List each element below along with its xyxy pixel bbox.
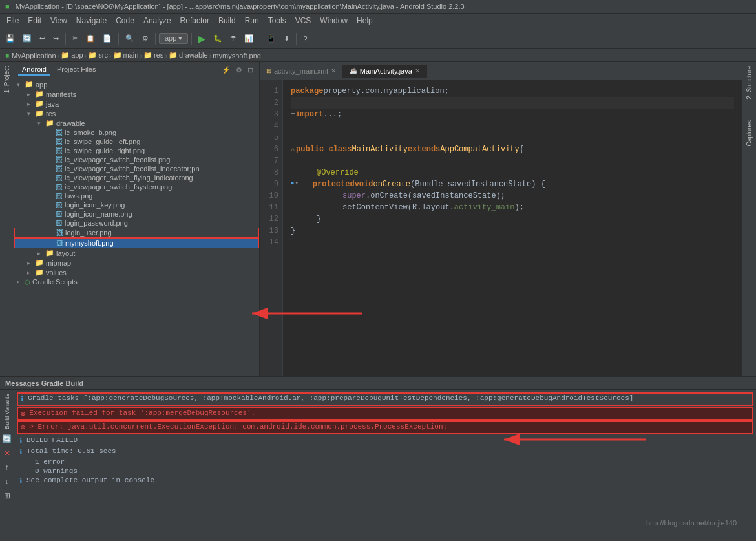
expand-btn[interactable]: ⊞: [3, 490, 12, 502]
build-messages[interactable]: ℹ Gradle tasks [:app:generateDebugSource…: [14, 390, 756, 502]
menu-navigate[interactable]: Navigate: [72, 15, 110, 27]
tree-item-ic-swipe-guide-right[interactable]: ▸ 🖼 ic_swipe_guide_right.png: [14, 146, 259, 155]
tree-item-ic-viewpager-flying-indicator[interactable]: ▸ 🖼 ic_viewpager_switch_flying_indicator…: [14, 173, 259, 182]
app-selector[interactable]: app ▾: [159, 33, 188, 44]
profiler-button[interactable]: 📊: [241, 33, 257, 44]
menu-refactor[interactable]: Refactor: [176, 15, 213, 27]
project-panel-header: Android Project Files ⚡ ⚙ ⊟: [14, 62, 259, 78]
menu-vcs[interactable]: VCS: [291, 15, 315, 27]
toolbar-sep5: [260, 33, 260, 45]
bottom-content: Build Variants 🔄 ✕ ↑ ↓ ⊞ 🔍 2 Favorites ℹ…: [0, 390, 756, 502]
settings-icon[interactable]: ⚙: [234, 65, 244, 75]
msg-build-failed: ℹ BUILD FAILED: [17, 436, 753, 447]
toolbar-find[interactable]: 🔍: [122, 33, 138, 44]
breadcrumb-app[interactable]: 📁app: [61, 51, 83, 59]
tree-item-drawable[interactable]: ▾ 📁 drawable: [14, 118, 259, 128]
title-bar: ■ MyApplication - [D:\space\NO6\MyApplic…: [0, 0, 756, 14]
tree-item-ic-viewpager-feedlist-indecator[interactable]: ▸ 🖼 ic_viewpager_switch_feedlist_indecat…: [14, 164, 259, 173]
right-side-panel: 2: Structure Captures: [742, 62, 756, 376]
toolbar-copy[interactable]: 📋: [83, 33, 98, 44]
debug-button[interactable]: 🐛: [210, 33, 226, 44]
sync-icon[interactable]: ⚡: [220, 65, 233, 75]
tree-item-mipmap[interactable]: ▸ 📁 mipmap: [14, 258, 259, 268]
breadcrumb-res[interactable]: 📁res: [143, 51, 163, 59]
tab-activity-main-xml[interactable]: ⊞ activity_main.xml ✕: [260, 65, 343, 78]
tree-item-ic-swipe-guide-left[interactable]: ▸ 🖼 ic_swipe_guide_left.png: [14, 137, 259, 146]
menu-window[interactable]: Window: [316, 15, 352, 27]
msg-text-1: Gradle tasks [:app:generateDebugSources,…: [28, 394, 750, 402]
code-line-14: [291, 237, 734, 248]
tree-item-manifests[interactable]: ▸ 📁 manifests: [14, 89, 259, 99]
menu-help[interactable]: Help: [353, 15, 377, 27]
down-btn[interactable]: ↓: [4, 476, 10, 487]
info-icon-3: ℹ: [19, 447, 23, 457]
menu-file[interactable]: File: [3, 15, 23, 27]
toolbar-cut[interactable]: ✂: [69, 33, 81, 44]
info-icon-1: ℹ: [21, 394, 24, 404]
up-btn[interactable]: ↑: [4, 461, 10, 473]
tree-item-ic-smoke-b[interactable]: ▸ 🖼 ic_smoke_b.png: [14, 128, 259, 137]
avd-manager[interactable]: 📱: [264, 33, 279, 44]
project-panel-label[interactable]: 1: Project: [2, 62, 12, 97]
captures-panel-label[interactable]: Captures: [744, 116, 754, 151]
structure-panel-label[interactable]: 2: Structure: [744, 62, 754, 103]
msg-text-warnings: 0 warnings: [35, 467, 751, 475]
run-button[interactable]: ▶: [195, 32, 209, 45]
coverage-button[interactable]: ☂: [227, 33, 240, 44]
breadcrumb-myapp[interactable]: MyApplication: [12, 52, 56, 59]
breadcrumb-drawable[interactable]: 📁drawable: [169, 51, 208, 59]
toolbar-settings[interactable]: ⚙: [139, 33, 152, 44]
tree-item-ic-viewpager-feedlist[interactable]: ▸ 🖼 ic_viewpager_switch_feedlist.png: [14, 155, 259, 164]
toolbar-undo[interactable]: ↩: [36, 33, 48, 44]
tree-item-mymyshoft[interactable]: ▸ 🖼 mymyshoft.png: [14, 238, 259, 248]
project-tree: ▾ 📁 app ▸ 📁 manifests ▸ 📁 java: [14, 78, 259, 376]
tree-item-layout[interactable]: ▸ 📁 layout: [14, 248, 259, 258]
tab-project-files[interactable]: Project Files: [53, 64, 100, 76]
code-line-9: ● ▾ protected void onCreate (Bundle save…: [291, 178, 734, 190]
tab-main-activity-java[interactable]: ☕ MainActivity.java ✕: [343, 65, 427, 78]
menu-run[interactable]: Run: [241, 15, 263, 27]
msg-gradle-tasks: ℹ Gradle tasks [:app:generateDebugSource…: [17, 392, 753, 406]
menu-bar: File Edit View Navigate Code Analyze Ref…: [0, 14, 756, 28]
tree-item-ic-viewpager-fsystem[interactable]: ▸ 🖼 ic_viewpager_switch_fsystem.png: [14, 182, 259, 191]
code-editor[interactable]: package property.com.myapplication; +imp…: [283, 80, 742, 376]
sdk-manager[interactable]: ⬇: [280, 33, 293, 44]
menu-view[interactable]: View: [47, 15, 71, 27]
tree-item-login-icon-name[interactable]: ▸ 🖼 login_icon_name.png: [14, 209, 259, 218]
menu-code[interactable]: Code: [112, 15, 138, 27]
toolbar-redo[interactable]: ↪: [50, 33, 62, 44]
close-xml-tab[interactable]: ✕: [331, 67, 336, 74]
tree-item-laws[interactable]: ▸ 🖼 laws.png: [14, 191, 259, 200]
tree-item-java[interactable]: ▸ 📁 java: [14, 99, 259, 109]
breadcrumb-file[interactable]: mymyshoft.png: [213, 52, 261, 59]
tab-android[interactable]: Android: [18, 64, 50, 76]
java-icon: ☕: [350, 67, 357, 74]
close-java-tab[interactable]: ✕: [415, 67, 420, 74]
toolbar-paste[interactable]: 📄: [100, 33, 115, 44]
tree-item-login-user[interactable]: ▸ 🖼 login_user.png: [14, 228, 259, 238]
stop-btn[interactable]: ✕: [3, 447, 12, 459]
bottom-panel-header: Messages Gradle Build: [0, 377, 756, 390]
tree-item-res[interactable]: ▾ 📁 res: [14, 109, 259, 118]
menu-analyze[interactable]: Analyze: [140, 15, 175, 27]
tree-item-gradle-scripts[interactable]: ▸ ⬡ Gradle Scripts: [14, 277, 259, 286]
menu-edit[interactable]: Edit: [24, 15, 45, 27]
toolbar-save-all[interactable]: 💾: [3, 33, 18, 44]
collapse-icon[interactable]: ⊟: [246, 65, 255, 75]
menu-build[interactable]: Build: [215, 15, 240, 27]
main-layout: 1: Project Android Project Files ⚡ ⚙ ⊟ ▾…: [0, 62, 756, 376]
app-icon: ■: [5, 3, 10, 10]
tree-item-values[interactable]: ▸ 📁 values: [14, 268, 259, 277]
restart-btn[interactable]: 🔄: [1, 433, 13, 445]
tree-item-login-password[interactable]: ▸ 🖼 login_password.png: [14, 218, 259, 228]
tree-item-app[interactable]: ▾ 📁 app: [14, 80, 259, 89]
toolbar-sync[interactable]: 🔄: [19, 33, 35, 44]
help-btn[interactable]: ?: [300, 34, 310, 44]
tree-item-login-icon-key[interactable]: ▸ 🖼 login_icon_key.png: [14, 200, 259, 209]
breadcrumb-src[interactable]: 📁src: [88, 51, 108, 59]
menu-tools[interactable]: Tools: [264, 15, 290, 27]
breadcrumb-main[interactable]: 📁main: [113, 51, 139, 59]
msg-error-count: 1 error: [17, 458, 753, 467]
build-variants-label[interactable]: Build Variants: [3, 392, 12, 430]
msg-see-output: ℹ See complete output in console: [17, 476, 753, 487]
